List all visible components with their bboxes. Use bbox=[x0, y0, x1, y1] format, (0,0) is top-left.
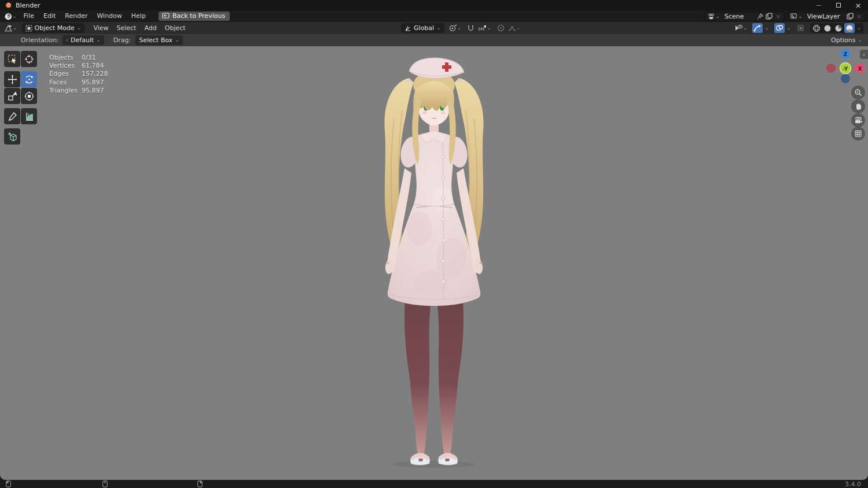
viewlayer-name[interactable]: ViewLayer bbox=[804, 13, 845, 20]
mouse-middle-icon bbox=[102, 480, 108, 487]
chevron-down-icon: ⌄ bbox=[436, 25, 441, 31]
character-model-nurse[interactable] bbox=[356, 55, 512, 470]
menu-file[interactable]: File bbox=[19, 10, 39, 22]
pan-view-button[interactable] bbox=[851, 99, 865, 113]
mouse-left-icon bbox=[6, 480, 11, 487]
topbar: ⌄ File Edit Render Window Help Back to P… bbox=[0, 10, 868, 22]
collapse-left-icon: ‹ bbox=[863, 51, 865, 58]
object-mode-icon bbox=[25, 25, 32, 32]
shading-mode-group: ⌄ bbox=[810, 23, 863, 33]
toolshelf bbox=[4, 51, 37, 145]
tool-add-cube[interactable] bbox=[4, 128, 20, 145]
viewlayer-browse-button[interactable]: ⌄ bbox=[789, 12, 804, 21]
pin-button[interactable] bbox=[756, 12, 764, 21]
move-icon bbox=[8, 75, 17, 84]
measure-icon bbox=[24, 112, 34, 121]
back-to-previous-button[interactable]: Back to Previous bbox=[159, 12, 230, 21]
orientation-icon bbox=[66, 37, 68, 43]
tool-select-box[interactable] bbox=[4, 51, 20, 67]
shading-rendered-button[interactable] bbox=[844, 23, 855, 33]
zoom-view-button[interactable] bbox=[851, 86, 865, 99]
orientation-label: Orientation: bbox=[21, 36, 59, 44]
mode-dropdown[interactable]: Object Mode ⌄ bbox=[22, 23, 85, 33]
shading-material-button[interactable] bbox=[833, 23, 844, 33]
duplicate-icon bbox=[766, 13, 773, 20]
proportional-editing-toggle-disabled[interactable] bbox=[496, 23, 506, 33]
options-dropdown[interactable]: Options ⌄ bbox=[831, 36, 862, 44]
add-cube-icon bbox=[8, 132, 17, 142]
material-sphere-icon bbox=[834, 24, 843, 32]
tool-move[interactable] bbox=[4, 71, 20, 87]
tool-annotate[interactable] bbox=[4, 108, 20, 124]
maximize-button[interactable] bbox=[829, 0, 848, 10]
stat-triangles: Triangles95,897 bbox=[49, 87, 108, 95]
new-scene-button[interactable] bbox=[764, 12, 774, 21]
object-visibility-dropdown[interactable]: ⌄ bbox=[733, 23, 749, 33]
menu-window[interactable]: Window bbox=[92, 10, 126, 22]
scene-selector: ⌄ Scene × bbox=[704, 12, 785, 21]
new-viewlayer-button[interactable] bbox=[845, 12, 855, 21]
rendered-sphere-icon bbox=[845, 24, 854, 32]
menu-add[interactable]: Add bbox=[140, 24, 160, 32]
chevron-down-icon: ⌄ bbox=[96, 38, 101, 43]
menu-render[interactable]: Render bbox=[60, 10, 92, 22]
gizmo-x-label: X bbox=[858, 66, 862, 72]
show-overlays-toggle[interactable] bbox=[774, 23, 785, 33]
scene-name[interactable]: Scene bbox=[721, 13, 756, 20]
tool-settings-bar: Orientation: Default ⌄ Drag: Select Box … bbox=[0, 34, 868, 46]
drag-dropdown[interactable]: Select Box ⌄ bbox=[135, 35, 182, 45]
viewport-canvas[interactable]: Objects0/31 Vertices61,784 Edges157,228 … bbox=[0, 46, 868, 480]
blender-logo-icon bbox=[5, 2, 12, 9]
chevron-down-icon: ⌄ bbox=[457, 25, 462, 31]
shading-dropdown[interactable]: ⌄ bbox=[855, 23, 862, 33]
overlays-dropdown[interactable]: ⌄ bbox=[785, 23, 792, 33]
sidebar-collapse-tab[interactable]: ‹ bbox=[860, 50, 868, 59]
snap-increment-icon bbox=[478, 25, 487, 32]
menu-edit[interactable]: Edit bbox=[39, 10, 60, 22]
menu-help[interactable]: Help bbox=[127, 10, 150, 22]
close-button[interactable]: × bbox=[848, 0, 868, 10]
duplicate-icon bbox=[847, 13, 854, 20]
xray-toggle-disabled[interactable] bbox=[796, 23, 806, 33]
shading-wireframe-button[interactable] bbox=[811, 23, 822, 33]
menu-view[interactable]: View bbox=[89, 24, 112, 32]
pivot-point-dropdown[interactable]: ⌄ bbox=[448, 23, 463, 33]
back-to-previous-label: Back to Previous bbox=[172, 12, 225, 20]
rotate-icon bbox=[24, 75, 34, 84]
tool-rotate[interactable] bbox=[21, 71, 37, 87]
options-label: Options bbox=[831, 36, 855, 44]
minimize-button[interactable]: — bbox=[809, 0, 829, 10]
navigation-gizmo[interactable]: Z X -Y bbox=[826, 48, 865, 84]
tool-scale[interactable] bbox=[4, 88, 20, 104]
overlays-icon bbox=[775, 24, 784, 32]
viewlayer-icon bbox=[790, 13, 798, 20]
orientation-default-dropdown[interactable]: Default ⌄ bbox=[62, 35, 104, 45]
ortho-perspective-toggle[interactable] bbox=[851, 127, 865, 141]
menu-object[interactable]: Object bbox=[161, 24, 190, 32]
show-gizmo-toggle[interactable] bbox=[752, 23, 763, 33]
scene-browse-button[interactable]: ⌄ bbox=[707, 12, 721, 21]
tool-transform[interactable] bbox=[21, 88, 37, 104]
snap-toggle-disabled[interactable] bbox=[466, 23, 476, 33]
magnifier-icon bbox=[854, 88, 862, 97]
blender-menu-button[interactable]: ⌄ bbox=[0, 12, 19, 21]
tool-cursor[interactable] bbox=[21, 51, 37, 67]
camera-view-button[interactable] bbox=[851, 113, 865, 127]
mouse-right-icon bbox=[197, 480, 203, 487]
tool-measure[interactable] bbox=[21, 108, 37, 124]
drag-value: Select Box bbox=[139, 36, 172, 44]
transform-orientation-dropdown[interactable]: Global ⌄ bbox=[401, 23, 444, 33]
proportional-falloff-dropdown-disabled[interactable]: ⌄ bbox=[507, 23, 522, 33]
chevron-down-icon: ⌄ bbox=[13, 25, 17, 31]
xray-icon bbox=[797, 24, 805, 32]
statusbar: 3.4.0 bbox=[0, 480, 868, 488]
editor-type-button[interactable]: ⌄ bbox=[3, 23, 19, 33]
snap-target-dropdown[interactable]: ⌄ bbox=[477, 23, 492, 33]
menu-select[interactable]: Select bbox=[113, 24, 141, 32]
falloff-curve-icon bbox=[508, 25, 516, 32]
gizmo-front-label: -Y bbox=[843, 66, 848, 72]
blender-logo-icon bbox=[3, 12, 12, 21]
pin-icon bbox=[757, 13, 763, 20]
gizmo-dropdown[interactable]: ⌄ bbox=[763, 23, 770, 33]
shading-solid-button[interactable] bbox=[822, 23, 833, 33]
